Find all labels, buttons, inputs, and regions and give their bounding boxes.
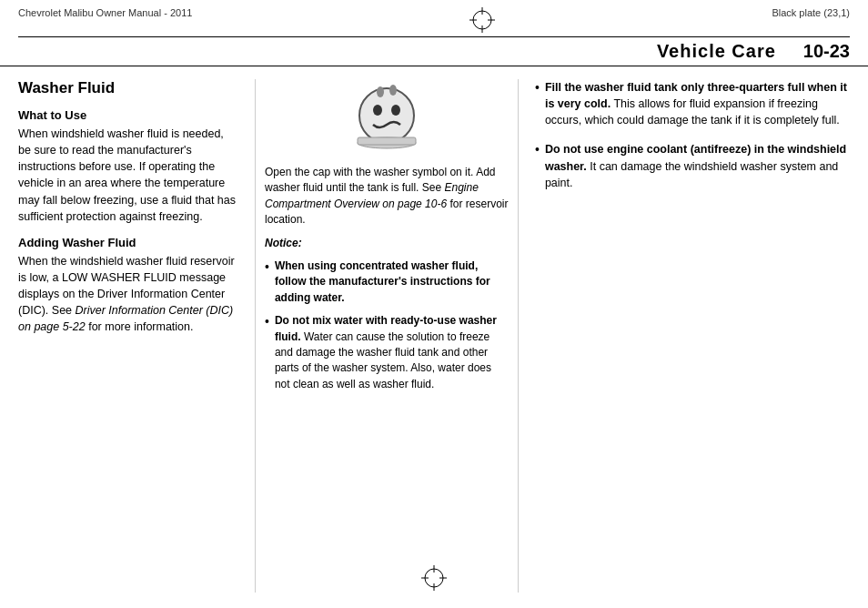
notice-bullet-2-text: Do not mix water with ready-to-use washe… <box>275 313 509 392</box>
what-to-use-text: When windshield washer fluid is needed, … <box>18 126 238 225</box>
section-number: 10-23 <box>803 41 850 62</box>
svg-rect-11 <box>358 137 416 145</box>
middle-column: Open the cap with the washer symbol on i… <box>255 79 519 593</box>
notice-bullet-list: When using concentrated washer fluid, fo… <box>265 258 509 392</box>
notice-bullet-1-bold: When using concentrated washer fluid, fo… <box>275 259 490 304</box>
subheading-adding-fluid: Adding Washer Fluid <box>18 236 238 249</box>
svg-point-7 <box>391 105 400 116</box>
header-crosshair <box>469 7 495 33</box>
notice-bullet-2: Do not mix water with ready-to-use washe… <box>265 313 509 392</box>
right-bullet-1-bold: Fill the washer fluid tank only three-qu… <box>545 81 847 110</box>
notice-bullet-1-text: When using concentrated washer fluid, fo… <box>275 258 509 306</box>
adding-fluid-text: When the windshield washer fluid reservo… <box>18 253 238 336</box>
right-bullet-2: Do not use engine coolant (antifreeze) i… <box>535 141 850 190</box>
right-bullet-2-bold: Do not use engine coolant (antifreeze) i… <box>545 143 846 172</box>
washer-image-container <box>265 83 509 156</box>
right-column: Fill the washer fluid tank only three-qu… <box>519 79 850 593</box>
adding-fluid-text-end: for more information. <box>88 320 193 333</box>
bottom-crosshair <box>421 565 447 593</box>
notice-label: Notice: <box>265 236 509 251</box>
crosshair-icon <box>469 7 495 33</box>
page-header: Chevrolet Malibu Owner Manual - 2011 Bla… <box>0 0 868 36</box>
washer-cap-icon <box>346 83 428 156</box>
left-column: Washer Fluid What to Use When windshield… <box>18 79 255 593</box>
svg-point-6 <box>373 105 382 116</box>
svg-point-5 <box>359 88 414 143</box>
header-left-text: Chevrolet Malibu Owner Manual - 2011 <box>18 7 192 18</box>
main-content: Washer Fluid What to Use When windshield… <box>0 66 868 602</box>
section-title-bar: Vehicle Care 10-23 <box>0 37 868 66</box>
right-bullet-1: Fill the washer fluid tank only three-qu… <box>535 79 850 128</box>
subheading-what-to-use: What to Use <box>18 108 238 122</box>
right-bullet-2-text: Do not use engine coolant (antifreeze) i… <box>545 141 850 190</box>
notice-bullet-1: When using concentrated washer fluid, fo… <box>265 258 509 306</box>
svg-point-9 <box>389 85 397 96</box>
bottom-crosshair-icon <box>421 565 447 591</box>
notice-bullet-2-bold: Do not mix water with ready-to-use washe… <box>275 314 497 342</box>
header-right-text: Black plate (23,1) <box>772 7 850 18</box>
main-heading: Washer Fluid <box>18 79 238 97</box>
section-title: Vehicle Care <box>657 41 776 62</box>
right-bullet-1-text: Fill the washer fluid tank only three-qu… <box>545 79 850 128</box>
right-bullet-list: Fill the washer fluid tank only three-qu… <box>535 79 850 191</box>
svg-point-8 <box>377 86 384 97</box>
mid-caption: Open the cap with the washer symbol on i… <box>265 165 509 228</box>
